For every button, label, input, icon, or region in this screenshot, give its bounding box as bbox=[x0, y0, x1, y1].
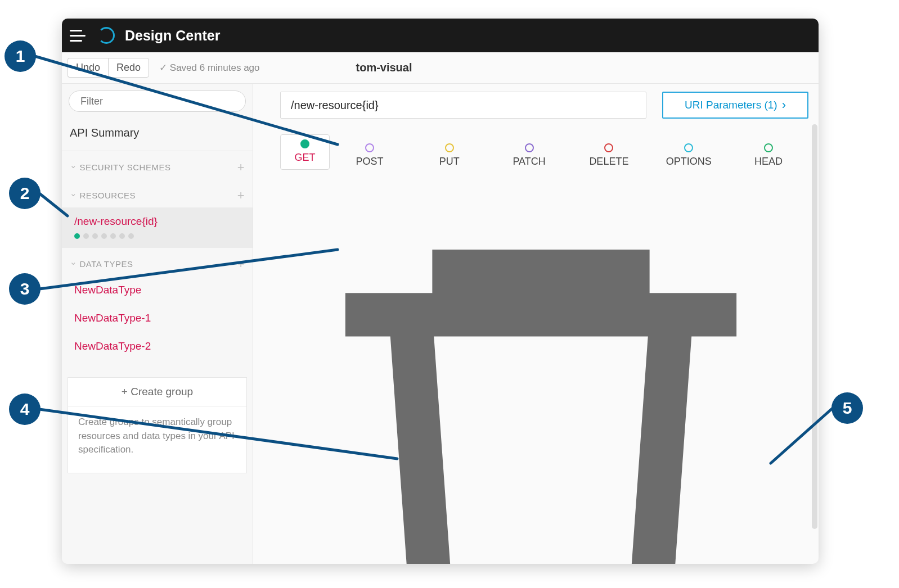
chevron-down-icon bbox=[70, 191, 80, 200]
content-panel: URI Parameters (1) › GET POST PUT bbox=[253, 84, 819, 564]
resource-name: /new-resource{id} bbox=[74, 215, 245, 228]
callout-2: 2 bbox=[9, 178, 41, 209]
http-methods-row: GET POST PUT PATCH DELETE OPTI bbox=[280, 134, 808, 170]
add-data-type-icon[interactable]: + bbox=[237, 258, 245, 270]
method-post[interactable]: POST bbox=[330, 143, 410, 170]
trash-icon[interactable] bbox=[280, 184, 802, 564]
sidebar: API Summary SECURITY SCHEMES + RESOURCES… bbox=[62, 84, 253, 564]
logo-icon bbox=[98, 27, 115, 44]
saved-status: Saved 6 minutes ago bbox=[159, 62, 259, 74]
api-summary-link[interactable]: API Summary bbox=[62, 119, 253, 151]
chevron-down-icon bbox=[70, 259, 80, 269]
method-dots bbox=[74, 233, 245, 239]
method-put[interactable]: PUT bbox=[410, 143, 489, 170]
data-type-item[interactable]: NewDataType bbox=[62, 276, 253, 304]
create-group-help: Create groups to semantically group reso… bbox=[68, 406, 246, 473]
section-data-types[interactable]: DATA TYPES + bbox=[62, 248, 253, 276]
menu-icon[interactable] bbox=[70, 28, 86, 43]
section-security-schemes[interactable]: SECURITY SCHEMES + bbox=[62, 151, 253, 179]
undo-button[interactable]: Undo bbox=[68, 58, 108, 78]
section-resources[interactable]: RESOURCES + bbox=[62, 179, 253, 207]
method-patch[interactable]: PATCH bbox=[489, 143, 569, 170]
create-group-card: Create group Create groups to semantical… bbox=[68, 377, 247, 473]
uri-parameters-button[interactable]: URI Parameters (1) › bbox=[662, 92, 808, 119]
chevron-down-icon bbox=[70, 162, 80, 172]
filter-input[interactable] bbox=[69, 91, 246, 112]
method-head[interactable]: HEAD bbox=[729, 143, 808, 170]
data-type-item[interactable]: NewDataType-2 bbox=[62, 332, 253, 360]
method-delete[interactable]: DELETE bbox=[569, 143, 649, 170]
method-get[interactable]: GET bbox=[280, 134, 330, 170]
app-window: Design Center Undo Redo Saved 6 minutes … bbox=[62, 19, 819, 564]
redo-button[interactable]: Redo bbox=[108, 58, 149, 78]
sidebar-resource-selected[interactable]: /new-resource{id} bbox=[62, 207, 253, 248]
scrollbar[interactable] bbox=[812, 124, 817, 529]
resource-path-input[interactable] bbox=[280, 92, 646, 119]
app-title: Design Center bbox=[125, 28, 220, 44]
top-bar: Design Center bbox=[62, 19, 819, 52]
toolbar: Undo Redo Saved 6 minutes ago tom-visual bbox=[62, 52, 819, 84]
callout-5: 5 bbox=[831, 392, 863, 424]
callout-4: 4 bbox=[9, 393, 41, 425]
chevron-right-icon: › bbox=[782, 98, 786, 112]
callout-1: 1 bbox=[5, 40, 36, 72]
create-group-button[interactable]: Create group bbox=[68, 378, 246, 406]
document-title: tom-visual bbox=[356, 61, 412, 74]
add-resource-icon[interactable]: + bbox=[237, 189, 245, 202]
data-type-item[interactable]: NewDataType-1 bbox=[62, 304, 253, 332]
callout-3: 3 bbox=[9, 273, 41, 305]
add-security-scheme-icon[interactable]: + bbox=[237, 161, 245, 174]
method-options[interactable]: OPTIONS bbox=[649, 143, 729, 170]
